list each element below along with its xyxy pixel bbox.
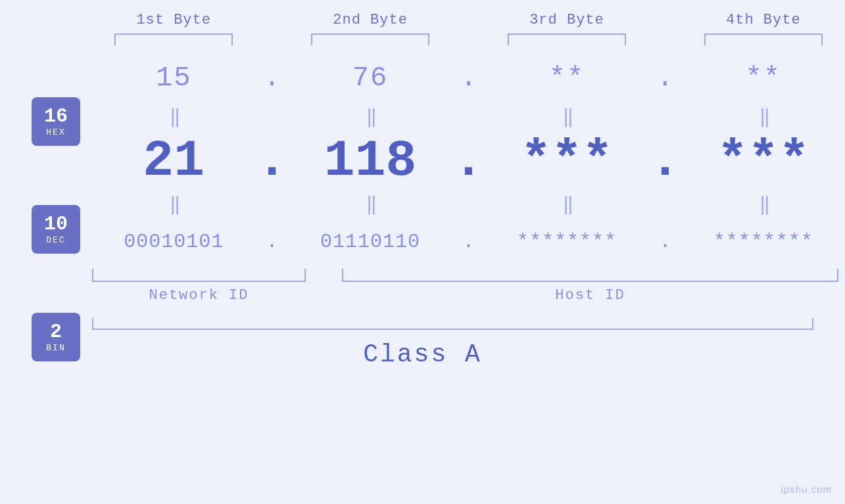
dec-b3: *** (521, 132, 613, 190)
dec-number: 10 (44, 214, 68, 234)
dec-dot3: . (648, 132, 682, 190)
bin-b3-cell: ******** (485, 231, 648, 253)
eq2-b3: ‖ (485, 193, 648, 216)
hex-number: 16 (44, 106, 68, 126)
hex-dot3: . (648, 62, 682, 94)
hex-b1-cell: 15 (92, 62, 255, 94)
hex-row: 15 . 76 . ** . ** (92, 52, 845, 104)
byte3-label: 3rd Byte (529, 12, 604, 28)
byte-col-4: 4th Byte (682, 12, 845, 45)
hex-b2-cell: 76 (289, 62, 452, 94)
base-badges: 16 HEX 10 DEC 2 BIN (32, 97, 80, 361)
bracket-row (92, 269, 845, 282)
byte-col-2: 2nd Byte (289, 12, 452, 45)
hex-label: HEX (46, 127, 65, 137)
dec-b1: 21 (143, 132, 205, 190)
network-id-label: Network ID (92, 287, 306, 304)
bin-b1: 00010101 (124, 231, 224, 253)
byte1-bracket-top (114, 34, 233, 45)
equals-row-1: ‖ ‖ ‖ ‖ (92, 104, 845, 129)
hex-dot2: . (452, 62, 485, 94)
hex-dot1: . (255, 62, 289, 94)
eq1-b3: ‖ (485, 106, 648, 128)
bottom-section: Network ID Host ID (0, 269, 845, 304)
label-row: Network ID Host ID (92, 287, 845, 304)
bin-b2-cell: 01110110 (289, 231, 452, 253)
dec-b4: *** (717, 132, 809, 190)
byte-col-3: 3rd Byte (485, 12, 648, 45)
eq2-b1: ‖ (92, 193, 255, 216)
bin-badge: 2 BIN (32, 313, 80, 361)
byte4-label: 4th Byte (726, 12, 801, 28)
hex-b3-cell: ** (485, 62, 648, 94)
bin-number: 2 (50, 322, 62, 342)
hex-b3: ** (549, 62, 585, 94)
dec-b2: 118 (324, 132, 416, 190)
dec-b1-cell: 21 (92, 132, 255, 190)
bin-b4-cell: ******** (682, 231, 845, 253)
content-area: 15 . 76 . ** . ** ‖ (0, 45, 845, 266)
bin-row: 00010101 . 01110110 . ******** . *******… (92, 217, 845, 266)
hex-badge: 16 HEX (32, 97, 80, 146)
class-row: Class A (0, 340, 845, 369)
outer-bracket-row (0, 318, 845, 330)
eq1-b1: ‖ (92, 106, 255, 128)
hex-b4: ** (746, 62, 781, 94)
byte2-bracket-top (311, 34, 429, 45)
bin-label: BIN (46, 343, 65, 353)
dec-b2-cell: 118 (289, 132, 452, 190)
bytes-header: 1st Byte 2nd Byte 3rd Byte 4th Byte (0, 0, 845, 45)
hex-b1: 15 (156, 62, 191, 94)
byte-col-1: 1st Byte (92, 12, 255, 45)
network-bracket (92, 269, 306, 282)
bin-b1-cell: 00010101 (92, 231, 255, 253)
hex-b2: 76 (352, 62, 388, 94)
bin-b2: 01110110 (320, 231, 420, 253)
bin-b4: ******** (713, 231, 813, 253)
dec-dot2: . (452, 132, 485, 190)
eq2-b4: ‖ (682, 193, 845, 216)
eq1-b4: ‖ (682, 106, 845, 128)
outer-bracket (92, 318, 813, 330)
watermark: ipshu.com (781, 484, 832, 495)
dec-label: DEC (46, 235, 65, 245)
hex-b4-cell: ** (682, 62, 845, 94)
class-label: Class A (363, 340, 482, 369)
dec-badge: 10 DEC (32, 205, 80, 254)
byte4-bracket-top (704, 34, 823, 45)
byte1-label: 1st Byte (136, 12, 211, 28)
dec-b3-cell: *** (485, 132, 648, 190)
bin-dot2: . (452, 231, 485, 253)
eq1-b2: ‖ (289, 106, 452, 128)
dec-dot1: . (255, 132, 289, 190)
host-bracket (342, 269, 838, 282)
host-id-label: Host ID (342, 287, 838, 304)
byte3-bracket-top (508, 34, 626, 45)
eq2-b2: ‖ (289, 193, 452, 216)
bin-b3: ******** (517, 231, 617, 253)
bin-dot1: . (255, 231, 289, 253)
equals-row-2: ‖ ‖ ‖ ‖ (92, 192, 845, 217)
main-container: 1st Byte 2nd Byte 3rd Byte 4th Byte 16 H… (0, 0, 845, 504)
dec-row: 21 . 118 . *** . *** (92, 129, 845, 192)
byte2-label: 2nd Byte (333, 12, 408, 28)
dec-b4-cell: *** (682, 132, 845, 190)
bin-dot3: . (648, 231, 682, 253)
